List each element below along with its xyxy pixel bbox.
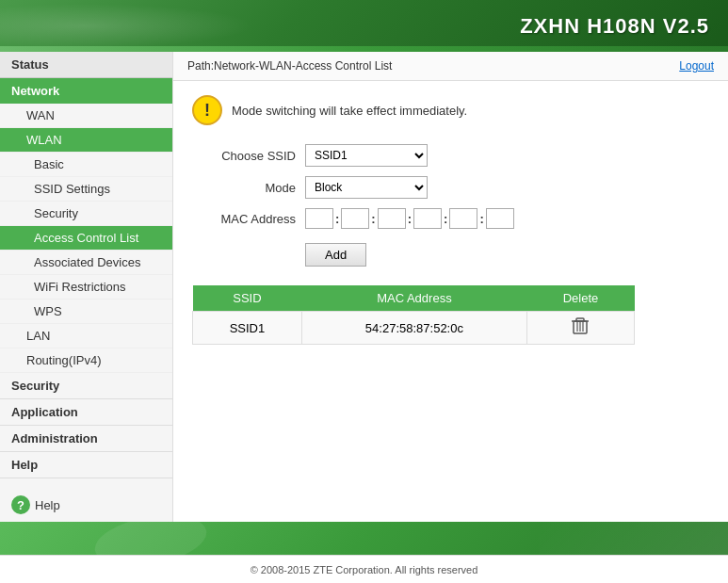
sidebar-item-basic[interactable]: Basic	[0, 153, 172, 177]
mode-row: Mode Block Allow	[192, 176, 709, 199]
mac-octet-6[interactable]	[486, 208, 514, 229]
mac-octet-5[interactable]	[449, 208, 477, 229]
breadcrumb: Path:Network-WLAN-Access Control List	[187, 59, 392, 73]
mac-row: MAC Address : : : : :	[192, 208, 709, 229]
add-row: Add	[192, 238, 709, 267]
sidebar-item-lan[interactable]: LAN	[0, 324, 172, 348]
header-decoration	[0, 0, 283, 52]
cell-mac: 54:27:58:87:52:0c	[301, 312, 526, 345]
warning-box: ! Mode switching will take effect immedi…	[192, 95, 709, 125]
col-delete: Delete	[526, 285, 634, 312]
sidebar-item-routing[interactable]: Routing(IPv4)	[0, 348, 172, 373]
sidebar-section-security-main[interactable]: Security	[0, 373, 172, 399]
footer-green-bar	[0, 522, 728, 555]
mac-input-group: : : : : :	[305, 208, 514, 229]
mac-sep-5: :	[479, 212, 483, 226]
cell-delete	[526, 312, 634, 345]
mac-sep-2: :	[371, 212, 375, 226]
mac-sep-1: :	[335, 212, 339, 226]
sidebar-item-wlan[interactable]: WLAN	[0, 128, 172, 153]
ssid-label: Choose SSID	[192, 149, 305, 163]
mac-sep-4: :	[444, 212, 447, 226]
delete-button[interactable]	[572, 316, 589, 339]
app-title: ZXHN H108N V2.5	[520, 14, 709, 39]
logout-button[interactable]: Logout	[679, 59, 714, 73]
sidebar-item-wps[interactable]: WPS	[0, 300, 172, 324]
sidebar-item-wan[interactable]: WAN	[0, 104, 172, 128]
table-header-row: SSID MAC Address Delete	[193, 285, 635, 312]
table-row: SSID1 54:27:58:87:52:0c	[193, 312, 635, 345]
mac-label: MAC Address	[192, 212, 305, 226]
sidebar-section-administration[interactable]: Administration	[0, 426, 172, 452]
mac-octet-4[interactable]	[413, 208, 442, 229]
copyright-text: © 2008-2015 ZTE Corporation. All rights …	[251, 564, 478, 575]
sidebar-status[interactable]: Status	[0, 52, 172, 78]
footer-bottom: © 2008-2015 ZTE Corporation. All rights …	[0, 555, 728, 583]
help-icon: ?	[11, 495, 30, 514]
sidebar-item-wifi-restrictions[interactable]: WiFi Restrictions	[0, 275, 172, 300]
mac-sep-3: :	[408, 212, 412, 226]
col-ssid: SSID	[193, 285, 302, 312]
acl-table: SSID MAC Address Delete SSID1 54:27:58:8…	[192, 285, 635, 345]
mode-select[interactable]: Block Allow	[305, 176, 428, 199]
sidebar: Status Network WAN WLAN Basic SSID Setti…	[0, 52, 173, 522]
trash-icon	[572, 316, 589, 335]
table-container: SSID MAC Address Delete SSID1 54:27:58:8…	[192, 285, 709, 345]
sidebar-item-ssid-settings[interactable]: SSID Settings	[0, 177, 172, 202]
mac-octet-1[interactable]	[305, 208, 333, 229]
mode-label: Mode	[192, 181, 305, 195]
sidebar-item-associated-devices[interactable]: Associated Devices	[0, 251, 172, 275]
header: ZXHN H108N V2.5	[0, 0, 728, 52]
main-layout: Status Network WAN WLAN Basic SSID Setti…	[0, 52, 728, 522]
mac-octet-3[interactable]	[378, 208, 406, 229]
warning-icon: !	[192, 95, 222, 125]
ssid-row: Choose SSID SSID1 SSID2 SSID3 SSID4	[192, 144, 709, 167]
sidebar-section-application[interactable]: Application	[0, 399, 172, 426]
ssid-select[interactable]: SSID1 SSID2 SSID3 SSID4	[305, 144, 428, 167]
page-content: ! Mode switching will take effect immedi…	[173, 81, 728, 359]
main-content: Path:Network-WLAN-Access Control List Lo…	[173, 52, 728, 522]
breadcrumb-bar: Path:Network-WLAN-Access Control List Lo…	[173, 52, 728, 81]
sidebar-item-security[interactable]: Security	[0, 202, 172, 226]
sidebar-item-acl[interactable]: Access Control List	[0, 226, 172, 251]
help-label[interactable]: Help	[35, 498, 60, 512]
sidebar-section-network[interactable]: Network	[0, 78, 172, 104]
warning-message: Mode switching will take effect immediat…	[232, 104, 467, 118]
col-mac: MAC Address	[301, 285, 526, 312]
sidebar-section-help[interactable]: Help	[0, 452, 172, 478]
add-button[interactable]: Add	[305, 243, 366, 267]
mac-octet-2[interactable]	[341, 208, 369, 229]
cell-ssid: SSID1	[193, 312, 302, 345]
help-section[interactable]: ? Help	[0, 488, 172, 522]
footer-decoration	[91, 522, 211, 555]
